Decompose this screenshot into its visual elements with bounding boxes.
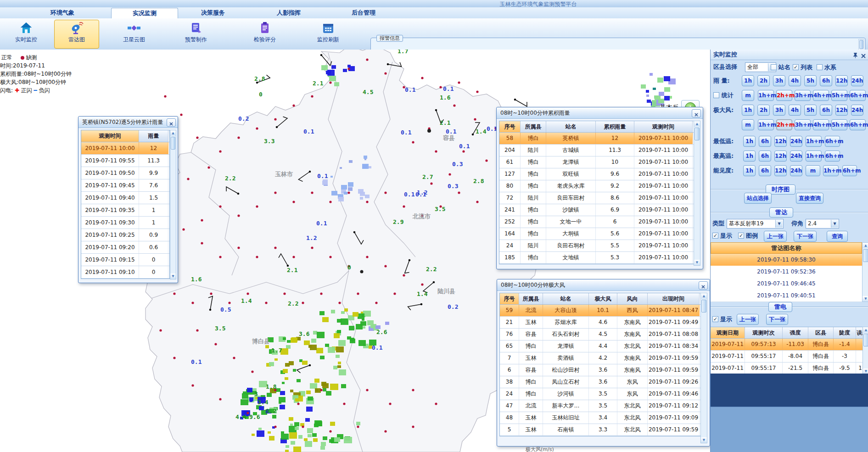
column-header[interactable]: 序号 [499, 121, 521, 132]
table-row[interactable]: 47北流新丰大罗...3.5东北风2019-07-11 09:12 [500, 400, 700, 412]
table-row[interactable]: 164博白大垌镇5.62019-07-11 10:00 [499, 228, 694, 240]
table-row[interactable]: 6容县松山沙田村3.6东南风2019-07-11 09:59 [500, 364, 700, 376]
table-row[interactable]: 76容县石头石剑村4.5东南风2019-07-11 08:08 [500, 329, 700, 340]
period-button-5h[interactable]: 5h [804, 105, 817, 116]
table-row[interactable]: 72陆川良田车田村8.62019-07-11 10:00 [499, 192, 694, 204]
period-button-1h+m[interactable]: 1h+m [758, 119, 774, 130]
period-button-m[interactable]: m [742, 119, 754, 130]
period-button-12h[interactable]: 12h [774, 136, 787, 147]
radar-legend-checkbox[interactable]: ✓ [738, 233, 744, 239]
radar-list-scrollbar[interactable]: ▲▼ [862, 242, 868, 302]
period-button-6h[interactable]: 6h [820, 75, 832, 86]
toolbar-button-doc[interactable]: 预警制作 [174, 20, 218, 49]
period-button-3h[interactable]: 3h [773, 75, 785, 86]
period-button-1h+m[interactable]: 1h+m [758, 90, 774, 101]
table-row[interactable]: 2019-07-11 09:401.5 [81, 192, 169, 204]
period-button-12h[interactable]: 12h [835, 105, 848, 116]
radar-image-item[interactable]: 2019-07-11 09:40:51 [711, 290, 862, 302]
table-row[interactable]: 21玉林苏烟水库4.6东南风2019-07-11 09:49 [500, 317, 700, 329]
lightning-scrollbar[interactable]: ▲▼ [862, 327, 868, 374]
column-header[interactable]: 站名 [543, 293, 589, 304]
table-row[interactable]: 204陆川古城镇11.32019-07-11 10:00 [499, 145, 694, 156]
menu-tab-2[interactable]: 实况监测 [111, 8, 178, 19]
period-button-1h+m[interactable]: 1h+m [806, 136, 822, 147]
menu-tab-4[interactable]: 人影指挥 [259, 8, 318, 17]
checkbox-站名[interactable] [771, 64, 777, 70]
period-button-1h[interactable]: 1h [743, 165, 756, 176]
table-row[interactable]: 2019-07-11 09:100 [81, 266, 169, 279]
period-button-6h[interactable]: 6h [759, 136, 771, 147]
column-header[interactable]: 出现时间 [648, 293, 700, 304]
column-header[interactable]: 观测时次 [745, 327, 783, 338]
period-button-m[interactable]: m [742, 90, 754, 101]
lightning-show-checkbox[interactable]: ✓ [712, 316, 718, 322]
checkbox-列表[interactable]: ✓ [793, 64, 799, 70]
table-row[interactable]: 38博白凤山立石村3.6东风2019-07-11 09:26 [500, 376, 700, 388]
table-row[interactable]: 252博白文地一中62019-07-11 10:00 [499, 216, 694, 228]
period-button-1h+m[interactable]: 1h+m [806, 151, 822, 162]
table-row[interactable]: 59北流大容山顶10.1西风2019-07-11 08:47 [500, 305, 700, 317]
table-row[interactable]: 48玉林玉林站旧址3.4东北风2019-07-11 09:09 [500, 412, 700, 424]
period-button-1h+m[interactable]: 1h+m [823, 165, 839, 176]
stats-checkbox[interactable] [713, 92, 719, 98]
period-button-4h[interactable]: 4h [789, 75, 801, 86]
radar-image-item[interactable]: 2019-07-11 09:58:30 [711, 254, 862, 266]
period-button-1h[interactable]: 1h [742, 105, 754, 116]
period-button-4h[interactable]: 4h [789, 105, 801, 116]
period-button-3h+m[interactable]: 3h+m [795, 90, 811, 101]
column-header[interactable]: 观测时间 [81, 130, 139, 142]
period-button-6h[interactable]: 6h [759, 151, 771, 162]
column-header[interactable]: 所属县 [521, 121, 546, 132]
checkbox-水系[interactable] [817, 64, 823, 70]
close-icon[interactable] [692, 109, 701, 117]
table-row[interactable]: 2019-07-11 09:150 [81, 254, 169, 266]
column-header[interactable]: 风向 [617, 293, 648, 304]
table-row[interactable]: 2019-07-1109:57:13-11.03博白县-1.4 [711, 339, 868, 351]
table-row[interactable]: 7玉林卖酒镇4.2东南风2019-07-11 09:59 [500, 352, 700, 364]
toolbar-button-radar[interactable]: 雷达图 [54, 20, 99, 49]
period-button-6h+m[interactable]: 6h+m [825, 151, 840, 162]
period-button-24h[interactable]: 24h [790, 165, 802, 176]
table-row[interactable]: 2019-07-11 10:0012 [81, 142, 169, 155]
column-header[interactable]: 站名 [546, 121, 596, 132]
period-button-1h[interactable]: 1h [743, 136, 756, 147]
period-button-12h[interactable]: 12h [835, 75, 848, 86]
column-header[interactable]: 所属县 [519, 293, 543, 304]
table-row[interactable]: 2019-07-11 09:301 [81, 217, 169, 229]
table-row[interactable]: 2019-07-11 09:509.9 [81, 167, 169, 179]
popup-scrollbar[interactable]: ▲▼ [170, 130, 176, 279]
pin-icon[interactable] [853, 51, 859, 58]
menu-tab-1[interactable]: 环境气象 [36, 8, 89, 17]
radar-prev-button[interactable]: 上一张 [764, 231, 787, 242]
table-row[interactable]: 24博白沙河镇3.5东风2019-07-11 09:46 [500, 388, 700, 400]
toolbar-button-satellite[interactable]: 卫星云图 [112, 20, 157, 49]
period-button-1h[interactable]: 1h [742, 75, 754, 86]
menu-tab-5[interactable]: 后台管理 [334, 8, 393, 17]
lightning-next-button[interactable]: 下一张 [766, 314, 788, 325]
period-button-5h+m[interactable]: 5h+m [831, 119, 847, 130]
table-row[interactable]: 2019-07-1109:55:17-21.5博白县-9.511 [711, 363, 868, 374]
table-row[interactable]: 80博白老虎头水库9.22019-07-11 10:00 [499, 180, 694, 192]
table-row[interactable]: 241博白沙陂镇6.92019-07-11 10:00 [499, 204, 694, 216]
period-button-24h[interactable]: 24h [851, 75, 863, 86]
column-header[interactable]: 观测日期 [711, 327, 745, 338]
column-header[interactable]: 极大风 [589, 293, 617, 304]
period-button-24h[interactable]: 24h [790, 136, 802, 147]
column-header[interactable]: 观测时间 [634, 121, 693, 132]
period-button-6h+m[interactable]: 6h+m [842, 165, 857, 176]
table-row[interactable]: 2019-07-11 09:200.6 [81, 241, 169, 254]
period-button-4h+m[interactable]: 4h+m [813, 119, 829, 130]
table-row[interactable]: 2019-07-11 09:250.9 [81, 229, 169, 241]
table-row[interactable]: 2019-07-11 09:457.6 [81, 179, 169, 192]
radar-query-button[interactable]: 查询 [827, 231, 848, 242]
toolbar-button-clipboard[interactable]: 检验评分 [242, 20, 287, 49]
radar-show-checkbox[interactable]: ✓ [712, 233, 718, 239]
table-row[interactable]: 24陆川良田石垌村5.52019-07-11 10:00 [499, 240, 694, 252]
direct-query-button[interactable]: 直接查询 [796, 193, 823, 204]
period-button-2h+m[interactable]: 2h+m [776, 119, 792, 130]
period-button-5h+m[interactable]: 5h+m [831, 90, 847, 101]
period-button-1h[interactable]: 1h [743, 151, 756, 162]
table-row[interactable]: 185博白文地镇5.32019-07-11 10:00 [499, 252, 694, 264]
radar-image-item[interactable]: 2019-07-11 09:46:45 [711, 278, 862, 290]
period-button-5h[interactable]: 5h [804, 75, 817, 86]
